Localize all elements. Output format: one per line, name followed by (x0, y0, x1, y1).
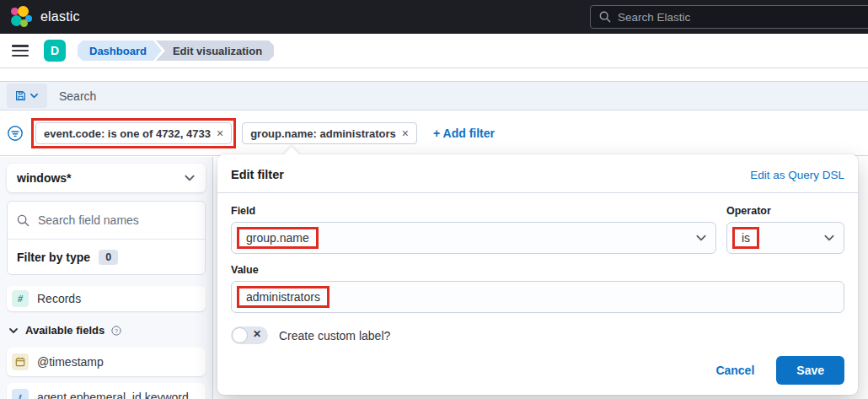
search-field-names-placeholder: Search field names (38, 213, 139, 227)
records-label: Records (37, 292, 81, 305)
save-button[interactable]: Save (776, 356, 844, 385)
fields-sidebar: windows* Search field names Filter by ty… (0, 157, 213, 399)
toggle-off-icon: ✕ (253, 328, 261, 340)
menu-icon[interactable] (12, 45, 29, 57)
edit-as-query-dsl-link[interactable]: Edit as Query DSL (750, 169, 844, 181)
operator-combobox[interactable]: is (726, 222, 844, 254)
available-fields-header[interactable]: Available fields ? (7, 324, 206, 337)
field-name: agent.ephemeral_id.keyword (37, 391, 189, 399)
operator-group: Operator is (726, 205, 844, 254)
chevron-down-icon (8, 326, 19, 336)
filter-pill-group-name[interactable]: group.name: administrators × (242, 122, 417, 144)
search-icon (599, 11, 611, 23)
annotation-box-value: administrators (237, 286, 330, 308)
available-fields-label: Available fields (25, 324, 104, 337)
breadcrumb-dashboard[interactable]: Dashboard (78, 40, 162, 61)
global-search-placeholder: Search Elastic (618, 11, 690, 24)
breadcrumb-edit-visualization: Edit visualization (156, 40, 274, 61)
annotation-box-field-value: group.name (237, 227, 319, 249)
elastic-logo-icon[interactable] (10, 6, 32, 28)
popover-footer: Cancel Save (231, 356, 844, 385)
filter-pill-event-code[interactable]: event.code: is one of 4732, 4733 × (35, 122, 232, 144)
filter-by-type-label: Filter by type (17, 251, 90, 264)
number-field-icon: # (12, 290, 29, 307)
global-search-input[interactable]: Search Elastic (590, 5, 868, 29)
dashboard-app-badge[interactable]: D (44, 40, 66, 62)
records-field-item[interactable]: # Records (7, 286, 206, 311)
brand-name: elastic (40, 9, 80, 24)
field-group: Field group.name (231, 205, 716, 254)
chevron-down-icon[interactable] (823, 232, 835, 244)
breadcrumb: Dashboard Edit visualization (78, 40, 274, 61)
help-icon[interactable]: ? (111, 326, 121, 336)
annotation-box-filter-pill: event.code: is one of 4732, 4733 × (31, 118, 236, 148)
field-combobox[interactable]: group.name (231, 222, 716, 254)
close-icon[interactable]: × (217, 127, 223, 140)
popover-header: Edit filter Edit as Query DSL (231, 168, 844, 181)
filter-menu-icon[interactable] (7, 125, 24, 142)
data-view-selector[interactable]: windows* (7, 164, 206, 192)
svg-text:?: ? (115, 326, 118, 334)
divider (217, 192, 858, 193)
filter-pill-label: group.name: administrators (250, 127, 396, 140)
custom-label-toggle-label: Create custom label? (279, 329, 390, 342)
chevron-down-icon (29, 91, 39, 100)
custom-label-toggle-row: ✕ Create custom label? (231, 326, 844, 344)
value-label: Value (231, 264, 844, 276)
field-item-timestamp[interactable]: @timestamp (7, 348, 206, 376)
filter-pill-label: event.code: is one of 4732, 4733 (44, 127, 211, 140)
edit-filter-popover: Edit filter Edit as Query DSL Field grou… (217, 154, 858, 395)
app-header: D Dashboard Edit visualization (0, 34, 868, 68)
annotation-box-operator-value: is (732, 227, 759, 249)
filter-by-type-count-badge: 0 (99, 250, 118, 265)
custom-label-toggle[interactable]: ✕ (231, 326, 268, 344)
operator-label: Operator (726, 205, 844, 217)
query-input[interactable]: Search (59, 89, 96, 103)
top-navigation-bar: elastic Search Elastic (0, 0, 868, 34)
calendar-icon (12, 353, 29, 370)
search-icon (17, 214, 29, 227)
filter-bar: event.code: is one of 4732, 4733 × group… (0, 111, 868, 156)
value-group: Value administrators (231, 264, 844, 313)
add-filter-button[interactable]: + Add filter (433, 127, 495, 140)
value-input[interactable]: administrators (231, 281, 844, 313)
data-view-name: windows* (17, 171, 72, 185)
text-field-icon: t (12, 389, 29, 399)
close-icon[interactable]: × (402, 127, 409, 140)
field-name: @timestamp (37, 355, 104, 369)
chevron-down-icon[interactable] (695, 232, 707, 244)
toggle-knob (232, 327, 248, 343)
kibana-edit-visualization-screen: elastic Search Elastic D Dashboard Edit … (0, 0, 868, 399)
field-label: Field (231, 205, 716, 217)
chevron-down-icon (184, 172, 196, 184)
filter-by-type-button[interactable]: Filter by type 0 (8, 240, 205, 274)
query-bar: Search (0, 81, 868, 111)
save-icon (15, 90, 26, 101)
search-field-names-input[interactable]: Search field names (8, 202, 205, 240)
save-query-button[interactable] (7, 84, 47, 108)
cancel-button[interactable]: Cancel (715, 364, 754, 377)
field-item-agent-ephemeral-id[interactable]: t agent.ephemeral_id.keyword (7, 383, 206, 399)
field-filter-box: Search field names Filter by type 0 (7, 201, 206, 275)
popover-title: Edit filter (231, 168, 284, 181)
